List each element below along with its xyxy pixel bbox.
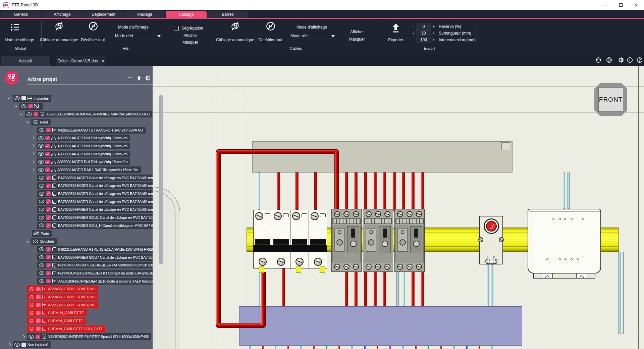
breaker-module[interactable] bbox=[309, 210, 327, 269]
wire[interactable] bbox=[487, 264, 489, 306]
contactor-unit[interactable] bbox=[363, 209, 393, 272]
eye-icon[interactable] bbox=[21, 104, 26, 108]
ribbon-tab-barres[interactable]: Barres bbox=[207, 11, 248, 18]
cables-mode-affichage-dropdown[interactable]: Mode réel bbox=[288, 32, 337, 40]
chevron-right-icon[interactable] bbox=[32, 136, 35, 140]
wire[interactable] bbox=[355, 172, 358, 211]
wire[interactable] bbox=[619, 252, 621, 334]
surlongueur-value[interactable]: 50 bbox=[416, 30, 431, 36]
eye-icon[interactable] bbox=[38, 144, 44, 148]
contactor-unit[interactable] bbox=[394, 209, 425, 272]
gear-icon[interactable] bbox=[145, 75, 151, 81]
tree-scrollbar[interactable] bbox=[159, 95, 163, 264]
wire[interactable] bbox=[412, 272, 415, 306]
checkbox-checked-icon[interactable] bbox=[45, 160, 50, 164]
wire[interactable] bbox=[402, 172, 405, 211]
checkbox-checked-icon[interactable] bbox=[46, 207, 51, 212]
checkbox-checked-icon[interactable] bbox=[36, 327, 41, 331]
wire[interactable] bbox=[296, 172, 299, 210]
plus-button[interactable]: + bbox=[432, 38, 436, 42]
eye-icon[interactable] bbox=[14, 343, 20, 347]
eye-hidden-icon[interactable] bbox=[34, 232, 39, 235]
checkbox-checked-icon[interactable] bbox=[36, 335, 40, 339]
tree-row[interactable]: Structure bbox=[0, 237, 153, 245]
ribbon-tab-general[interactable]: Général bbox=[1, 11, 41, 18]
split-panel-icon[interactable] bbox=[164, 75, 170, 81]
checkbox-checked-icon[interactable] bbox=[46, 247, 51, 252]
wire[interactable] bbox=[412, 172, 415, 211]
wire[interactable] bbox=[421, 272, 424, 306]
cable-run-top[interactable] bbox=[216, 149, 339, 154]
fils-afficher-button[interactable]: Afficher bbox=[183, 33, 197, 38]
chevron-down-icon[interactable] bbox=[26, 239, 30, 243]
tree-row[interactable]: Fond bbox=[0, 118, 153, 126]
tree-row[interactable]: BA760080|HAGER GOU_H Canal de câblage en… bbox=[0, 221, 153, 230]
checkbox-checked-icon[interactable] bbox=[46, 128, 51, 133]
checkbox-checked-icon[interactable] bbox=[28, 104, 33, 109]
wire[interactable] bbox=[383, 272, 386, 306]
wire[interactable] bbox=[345, 172, 348, 211]
cable-run-left[interactable] bbox=[216, 152, 221, 326]
viewport-3d[interactable]: 1 2 FRONT bbox=[153, 66, 644, 349]
tree-row[interactable]: BA760080|HAGER Canal de câblage en PVC B… bbox=[0, 190, 153, 198]
eye-icon[interactable] bbox=[39, 279, 44, 283]
interconnexion-value[interactable]: 100 bbox=[416, 37, 431, 43]
ribbon-tab-affichage[interactable]: Affichage bbox=[42, 11, 83, 18]
thermostat[interactable]: 1 2 bbox=[479, 216, 503, 264]
info-icon[interactable] bbox=[627, 57, 633, 63]
minimize-button[interactable] bbox=[598, 0, 613, 10]
cable-run-riser[interactable] bbox=[261, 272, 266, 326]
chevron-down-icon[interactable] bbox=[26, 120, 30, 123]
dots-box-icon[interactable]: ... bbox=[21, 343, 26, 347]
checkbox-checked-icon[interactable] bbox=[36, 303, 41, 307]
tree-row[interactable]: 4722406|LEROY_SOMER M2 bbox=[0, 285, 153, 293]
pop-out-icon[interactable] bbox=[155, 75, 161, 81]
eye-icon[interactable] bbox=[29, 319, 34, 323]
eye-icon[interactable] bbox=[39, 255, 44, 259]
tree-row[interactable]: ...Non implanté bbox=[0, 341, 153, 349]
checkbox-checked-icon[interactable] bbox=[46, 279, 51, 284]
eye-icon[interactable] bbox=[29, 303, 34, 307]
wire[interactable] bbox=[421, 172, 424, 211]
tree-row[interactable]: CHEMI N_CABLE|FTZ bbox=[0, 309, 153, 317]
eye-icon[interactable] bbox=[39, 208, 44, 211]
eye-icon[interactable] bbox=[39, 247, 44, 251]
wire[interactable] bbox=[403, 272, 405, 306]
eye-icon[interactable] bbox=[29, 335, 34, 339]
eye-icon[interactable] bbox=[33, 120, 38, 124]
ribbon-tab-deplacement[interactable]: Déplacement bbox=[83, 11, 124, 18]
checkbox-checked-icon[interactable] bbox=[46, 223, 51, 228]
tree-row[interactable]: BA760080|HAGER Canal de câblage en PVC B… bbox=[0, 206, 153, 214]
tab-editor[interactable]: Editer : Demo V15.dos × bbox=[56, 56, 106, 66]
chevron-right-icon[interactable] bbox=[32, 160, 35, 163]
wire[interactable] bbox=[282, 268, 285, 306]
checkbox-checked-icon[interactable] bbox=[45, 167, 50, 172]
interconnexion-spinner[interactable]: - 100 + bbox=[412, 37, 436, 43]
checkbox-checked-icon[interactable] bbox=[46, 176, 51, 180]
eye-icon[interactable] bbox=[39, 271, 44, 275]
wire[interactable] bbox=[374, 172, 377, 211]
tree-row[interactable]: BA760080|HAGER Canal de câblage en PVC B… bbox=[0, 174, 153, 182]
minus-button[interactable]: - bbox=[412, 31, 416, 36]
surlongueur-spinner[interactable]: - 50 + bbox=[412, 30, 436, 36]
tree-row[interactable]: NSYMDCM20|SCHNEIDER K1 Contact de porte … bbox=[0, 269, 153, 277]
tree-row[interactable] bbox=[0, 102, 153, 110]
eye-icon[interactable] bbox=[29, 295, 34, 299]
tree-row[interactable]: BA760080|HAGER Canal de câblage en PVC B… bbox=[0, 198, 153, 206]
up-arrow-icon[interactable] bbox=[136, 75, 142, 81]
bottom-wiring-duct[interactable] bbox=[239, 306, 522, 346]
plus-button[interactable]: + bbox=[432, 24, 436, 29]
tree-row[interactable]: CHEMIN_CABLE|FTZ bbox=[0, 317, 153, 325]
tree-row[interactable]: 048231|LEGRAND H1 ALTIS ECLAIRAGE 11W SA… bbox=[0, 245, 153, 253]
checkbox-checked-icon[interactable] bbox=[46, 184, 51, 188]
wire[interactable] bbox=[374, 272, 377, 306]
eye-icon[interactable] bbox=[39, 192, 44, 196]
eye-icon[interactable] bbox=[38, 160, 44, 164]
checkbox-checked-icon[interactable] bbox=[36, 311, 41, 315]
minus-button[interactable]: - bbox=[412, 38, 416, 42]
wire[interactable] bbox=[364, 172, 367, 211]
top-wiring-duct[interactable] bbox=[252, 141, 513, 172]
collapse-icon[interactable] bbox=[127, 75, 133, 81]
tree-row[interactable]: Porte bbox=[0, 230, 153, 238]
wire[interactable] bbox=[364, 272, 367, 306]
